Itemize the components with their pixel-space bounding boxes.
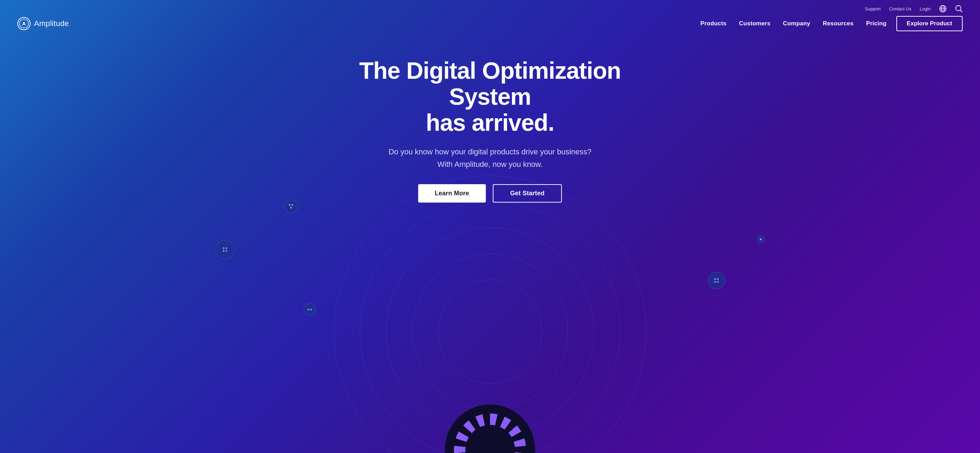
- arc-4: [412, 254, 568, 410]
- login-link[interactable]: Login: [920, 6, 931, 11]
- navbar-main-row: A Amplitude Products Customers Company R…: [0, 13, 980, 37]
- nav-company[interactable]: Company: [776, 17, 816, 30]
- hero-title: The Digital Optimization System has arri…: [334, 57, 646, 135]
- hero-buttons: Learn More Get Started: [0, 184, 980, 203]
- navbar-top-row: Support Contact Us Login: [0, 0, 980, 13]
- main-nav: Products Customers Company Resources Pri…: [694, 16, 963, 31]
- logo[interactable]: A Amplitude: [18, 17, 69, 30]
- orb-1: [215, 240, 235, 259]
- svg-point-5: [956, 6, 961, 11]
- nav-pricing[interactable]: Pricing: [860, 17, 893, 30]
- contact-us-link[interactable]: Contact Us: [889, 6, 911, 11]
- globe-icon[interactable]: [939, 5, 947, 13]
- explore-product-button[interactable]: Explore Product: [896, 16, 963, 31]
- nav-products[interactable]: Products: [694, 17, 733, 30]
- learn-more-button[interactable]: Learn More: [418, 184, 486, 203]
- nav-customers[interactable]: Customers: [733, 17, 776, 30]
- orb-5: [757, 235, 765, 243]
- support-link[interactable]: Support: [865, 6, 881, 11]
- orb-4: [708, 272, 725, 289]
- logo-icon: A: [18, 17, 30, 30]
- wheel-decoration: [445, 404, 535, 453]
- search-icon[interactable]: [955, 5, 963, 13]
- logo-text: Amplitude: [34, 19, 69, 28]
- nav-resources[interactable]: Resources: [816, 17, 860, 30]
- hero-section: The Digital Optimization System has arri…: [0, 37, 980, 210]
- arc-5: [438, 280, 542, 384]
- orb-3: [304, 304, 316, 316]
- page-wrapper: Support Contact Us Login: [0, 0, 980, 453]
- svg-line-6: [961, 10, 962, 12]
- hero-subtitle: Do you know how your digital products dr…: [372, 146, 608, 170]
- get-started-button[interactable]: Get Started: [493, 184, 562, 203]
- svg-text:A: A: [22, 21, 26, 26]
